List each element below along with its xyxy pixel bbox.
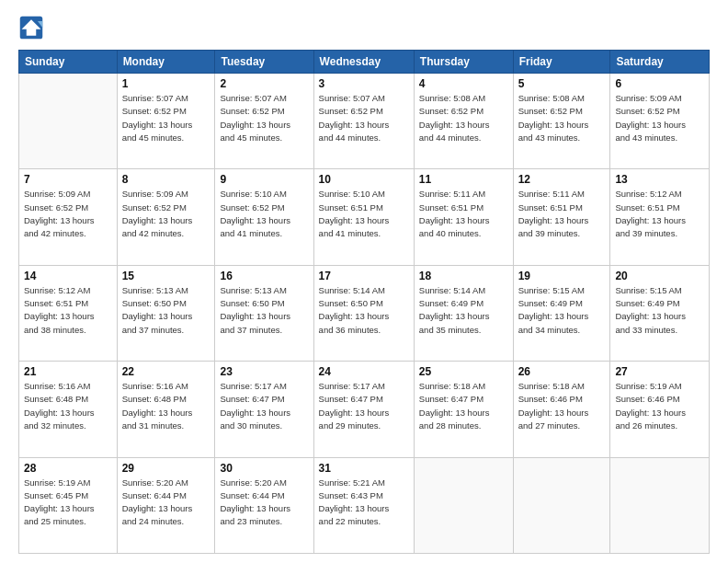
calendar-cell: 10Sunrise: 5:10 AMSunset: 6:51 PMDayligh… [313, 169, 414, 265]
day-info: Sunrise: 5:18 AMSunset: 6:47 PMDaylight:… [419, 380, 508, 432]
day-number: 10 [319, 173, 409, 186]
day-number: 13 [615, 173, 704, 186]
day-info: Sunrise: 5:10 AMSunset: 6:51 PMDaylight:… [319, 188, 409, 240]
day-number: 18 [419, 270, 508, 282]
calendar-table: SundayMondayTuesdayWednesdayThursdayFrid… [18, 50, 710, 554]
calendar-cell: 14Sunrise: 5:12 AMSunset: 6:51 PMDayligh… [19, 265, 118, 361]
day-number: 21 [24, 365, 112, 378]
day-info: Sunrise: 5:12 AMSunset: 6:51 PMDaylight:… [615, 188, 704, 240]
calendar-cell: 25Sunrise: 5:18 AMSunset: 6:47 PMDayligh… [414, 362, 513, 457]
day-info: Sunrise: 5:18 AMSunset: 6:46 PMDaylight:… [518, 380, 606, 432]
weekday-header-friday: Friday [513, 51, 610, 74]
day-info: Sunrise: 5:07 AMSunset: 6:52 PMDaylight:… [122, 92, 210, 144]
day-info: Sunrise: 5:16 AMSunset: 6:48 PMDaylight:… [24, 380, 112, 432]
calendar-cell: 29Sunrise: 5:20 AMSunset: 6:44 PMDayligh… [117, 457, 215, 553]
calendar-cell: 2Sunrise: 5:07 AMSunset: 6:52 PMDaylight… [215, 74, 313, 169]
day-number: 12 [518, 173, 606, 186]
day-info: Sunrise: 5:14 AMSunset: 6:50 PMDaylight:… [319, 284, 409, 337]
calendar-cell: 3Sunrise: 5:07 AMSunset: 6:52 PMDaylight… [313, 74, 414, 169]
day-number: 23 [220, 365, 308, 378]
day-info: Sunrise: 5:09 AMSunset: 6:52 PMDaylight:… [122, 188, 210, 240]
calendar-week-row: 14Sunrise: 5:12 AMSunset: 6:51 PMDayligh… [19, 265, 710, 361]
calendar-cell: 20Sunrise: 5:15 AMSunset: 6:49 PMDayligh… [610, 265, 710, 361]
calendar-cell: 8Sunrise: 5:09 AMSunset: 6:52 PMDaylight… [117, 169, 215, 265]
calendar-cell: 31Sunrise: 5:21 AMSunset: 6:43 PMDayligh… [313, 457, 414, 553]
day-info: Sunrise: 5:17 AMSunset: 6:47 PMDaylight:… [220, 380, 308, 432]
calendar-cell: 4Sunrise: 5:08 AMSunset: 6:52 PMDaylight… [414, 74, 513, 169]
day-number: 22 [122, 365, 210, 378]
calendar-week-row: 7Sunrise: 5:09 AMSunset: 6:52 PMDaylight… [19, 169, 710, 265]
page: SundayMondayTuesdayWednesdayThursdayFrid… [0, 0, 728, 563]
day-number: 5 [518, 77, 606, 90]
calendar-week-row: 28Sunrise: 5:19 AMSunset: 6:45 PMDayligh… [19, 457, 710, 553]
day-number: 28 [24, 462, 112, 475]
calendar-cell [513, 457, 610, 553]
calendar-cell: 15Sunrise: 5:13 AMSunset: 6:50 PMDayligh… [117, 265, 215, 361]
day-number: 6 [615, 77, 704, 90]
calendar-cell: 18Sunrise: 5:14 AMSunset: 6:49 PMDayligh… [414, 265, 513, 361]
day-info: Sunrise: 5:11 AMSunset: 6:51 PMDaylight:… [518, 188, 606, 240]
weekday-header-sunday: Sunday [19, 51, 118, 74]
logo [18, 15, 48, 40]
calendar-cell [19, 74, 118, 169]
day-info: Sunrise: 5:13 AMSunset: 6:50 PMDaylight:… [122, 284, 210, 337]
calendar-cell: 22Sunrise: 5:16 AMSunset: 6:48 PMDayligh… [117, 362, 215, 457]
day-number: 11 [419, 173, 508, 186]
day-number: 19 [518, 270, 606, 282]
day-number: 4 [419, 77, 508, 90]
day-number: 1 [122, 77, 210, 90]
calendar-cell: 19Sunrise: 5:15 AMSunset: 6:49 PMDayligh… [513, 265, 610, 361]
calendar-cell: 9Sunrise: 5:10 AMSunset: 6:52 PMDaylight… [215, 169, 313, 265]
day-info: Sunrise: 5:08 AMSunset: 6:52 PMDaylight:… [419, 92, 508, 144]
day-info: Sunrise: 5:20 AMSunset: 6:44 PMDaylight:… [220, 477, 308, 529]
calendar-cell: 7Sunrise: 5:09 AMSunset: 6:52 PMDaylight… [19, 169, 118, 265]
day-info: Sunrise: 5:07 AMSunset: 6:52 PMDaylight:… [220, 92, 308, 144]
day-number: 8 [122, 173, 210, 186]
calendar-cell: 12Sunrise: 5:11 AMSunset: 6:51 PMDayligh… [513, 169, 610, 265]
calendar-week-row: 21Sunrise: 5:16 AMSunset: 6:48 PMDayligh… [19, 362, 710, 457]
day-info: Sunrise: 5:12 AMSunset: 6:51 PMDaylight:… [24, 284, 112, 337]
calendar-cell: 28Sunrise: 5:19 AMSunset: 6:45 PMDayligh… [19, 457, 118, 553]
calendar-cell: 13Sunrise: 5:12 AMSunset: 6:51 PMDayligh… [610, 169, 710, 265]
day-info: Sunrise: 5:17 AMSunset: 6:47 PMDaylight:… [319, 380, 409, 432]
day-info: Sunrise: 5:20 AMSunset: 6:44 PMDaylight:… [122, 477, 210, 529]
day-number: 16 [220, 270, 308, 282]
day-number: 3 [319, 77, 409, 90]
day-info: Sunrise: 5:07 AMSunset: 6:52 PMDaylight:… [319, 92, 409, 144]
day-number: 25 [419, 365, 508, 378]
logo-icon [18, 15, 44, 40]
day-info: Sunrise: 5:21 AMSunset: 6:43 PMDaylight:… [319, 477, 409, 529]
day-info: Sunrise: 5:09 AMSunset: 6:52 PMDaylight:… [24, 188, 112, 240]
weekday-header-thursday: Thursday [414, 51, 513, 74]
calendar-cell: 30Sunrise: 5:20 AMSunset: 6:44 PMDayligh… [215, 457, 313, 553]
day-number: 2 [220, 77, 308, 90]
day-number: 24 [319, 365, 409, 378]
calendar-cell: 5Sunrise: 5:08 AMSunset: 6:52 PMDaylight… [513, 74, 610, 169]
day-info: Sunrise: 5:13 AMSunset: 6:50 PMDaylight:… [220, 284, 308, 337]
day-number: 20 [615, 270, 704, 282]
calendar-cell: 21Sunrise: 5:16 AMSunset: 6:48 PMDayligh… [19, 362, 118, 457]
day-info: Sunrise: 5:15 AMSunset: 6:49 PMDaylight:… [518, 284, 606, 337]
calendar-cell: 26Sunrise: 5:18 AMSunset: 6:46 PMDayligh… [513, 362, 610, 457]
day-info: Sunrise: 5:16 AMSunset: 6:48 PMDaylight:… [122, 380, 210, 432]
weekday-header-row: SundayMondayTuesdayWednesdayThursdayFrid… [19, 51, 710, 74]
weekday-header-tuesday: Tuesday [215, 51, 313, 74]
day-info: Sunrise: 5:10 AMSunset: 6:52 PMDaylight:… [220, 188, 308, 240]
day-info: Sunrise: 5:19 AMSunset: 6:45 PMDaylight:… [24, 477, 112, 529]
day-info: Sunrise: 5:09 AMSunset: 6:52 PMDaylight:… [615, 92, 704, 144]
weekday-header-saturday: Saturday [610, 51, 710, 74]
calendar-cell: 27Sunrise: 5:19 AMSunset: 6:46 PMDayligh… [610, 362, 710, 457]
weekday-header-wednesday: Wednesday [313, 51, 414, 74]
day-number: 26 [518, 365, 606, 378]
day-number: 15 [122, 270, 210, 282]
day-number: 17 [319, 270, 409, 282]
day-number: 9 [220, 173, 308, 186]
header [18, 15, 710, 40]
day-info: Sunrise: 5:15 AMSunset: 6:49 PMDaylight:… [615, 284, 704, 337]
weekday-header-monday: Monday [117, 51, 215, 74]
calendar-cell: 6Sunrise: 5:09 AMSunset: 6:52 PMDaylight… [610, 74, 710, 169]
day-info: Sunrise: 5:08 AMSunset: 6:52 PMDaylight:… [518, 92, 606, 144]
day-info: Sunrise: 5:11 AMSunset: 6:51 PMDaylight:… [419, 188, 508, 240]
calendar-cell: 1Sunrise: 5:07 AMSunset: 6:52 PMDaylight… [117, 74, 215, 169]
calendar-week-row: 1Sunrise: 5:07 AMSunset: 6:52 PMDaylight… [19, 74, 710, 169]
